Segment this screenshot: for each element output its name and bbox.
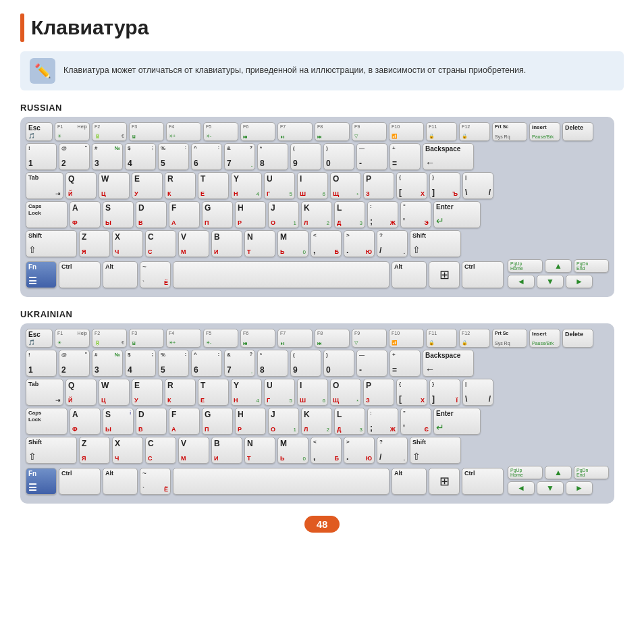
ua-key-p[interactable]: P З bbox=[363, 379, 394, 406]
ua-key-5[interactable]: %: 5 bbox=[158, 350, 189, 377]
ua-key-s[interactable]: Sі Ы bbox=[103, 408, 134, 435]
ua-key-f5[interactable]: F5 ☀- bbox=[203, 329, 238, 348]
ua-key-6[interactable]: ^: 6 bbox=[191, 350, 222, 377]
key-r[interactable]: R К bbox=[165, 172, 196, 199]
ua-key-e[interactable]: E У bbox=[132, 379, 163, 406]
key-j[interactable]: J О1 bbox=[268, 201, 299, 228]
ua-key-down[interactable]: ▼ bbox=[537, 481, 564, 495]
key-f7[interactable]: F7 ⏯ bbox=[277, 122, 313, 141]
ua-key-l[interactable]: L Д3 bbox=[334, 408, 365, 435]
key-pgdn[interactable]: PgDn End bbox=[574, 259, 609, 273]
key-6[interactable]: ^: 6 bbox=[191, 143, 222, 170]
key-slash[interactable]: ? /. bbox=[377, 230, 408, 257]
ua-key-9[interactable]: ( 9 bbox=[290, 350, 321, 377]
ua-key-backslash[interactable]: | \/ bbox=[462, 379, 493, 406]
key-rbracket[interactable]: } ]Ъ bbox=[429, 172, 460, 199]
key-f5[interactable]: F5 ☀- bbox=[203, 122, 238, 141]
ua-key-n[interactable]: N Т bbox=[244, 437, 275, 464]
ua-key-pgdn[interactable]: PgDn End bbox=[574, 466, 609, 479]
key-alt-right[interactable]: Alt bbox=[392, 261, 427, 288]
key-w[interactable]: W Ц bbox=[99, 172, 130, 199]
ua-key-7[interactable]: &? 7. bbox=[224, 350, 255, 377]
key-n[interactable]: N Т bbox=[244, 230, 275, 257]
key-f4[interactable]: F4 ☀+ bbox=[166, 122, 201, 141]
ua-key-8[interactable]: * 8 bbox=[257, 350, 288, 377]
ua-key-z[interactable]: Z Я bbox=[79, 437, 110, 464]
key-i[interactable]: I Ш6 bbox=[297, 172, 328, 199]
ua-key-f2[interactable]: F2 🔋€ bbox=[92, 329, 127, 348]
key-ctrl-right[interactable]: Ctrl bbox=[462, 261, 504, 288]
key-h[interactable]: H Р bbox=[235, 201, 266, 228]
ua-key-f8[interactable]: F8 ⏭ bbox=[315, 329, 350, 348]
key-up[interactable]: ▲ bbox=[545, 259, 572, 273]
ua-key-f7[interactable]: F7 ⏯ bbox=[277, 329, 313, 348]
ua-key-ctrl-right[interactable]: Ctrl bbox=[462, 468, 504, 495]
key-f6[interactable]: F6 ⏮ bbox=[240, 122, 275, 141]
ua-key-shift-left[interactable]: Shift ⇧ bbox=[26, 437, 77, 464]
ua-key-semicolon[interactable]: : ;Ж bbox=[367, 408, 398, 435]
key-4[interactable]: $; 4 bbox=[125, 143, 156, 170]
ua-key-f4[interactable]: F4 ☀+ bbox=[166, 329, 201, 348]
key-f3[interactable]: F3 🖥 bbox=[129, 122, 164, 141]
ua-key-m[interactable]: M Ь0 bbox=[277, 437, 308, 464]
ua-key-ctrl-left[interactable]: Ctrl bbox=[59, 468, 101, 495]
ua-key-f[interactable]: F А bbox=[169, 408, 200, 435]
key-g[interactable]: G П bbox=[202, 201, 233, 228]
ua-key-v[interactable]: V М bbox=[178, 437, 209, 464]
ua-key-q[interactable]: Q Й bbox=[65, 379, 97, 406]
ua-key-comma[interactable]: < ,Б bbox=[311, 437, 342, 464]
ua-key-enter[interactable]: Enter ↵ bbox=[433, 408, 481, 435]
ua-key-equals[interactable]: + = bbox=[390, 350, 421, 377]
key-f9[interactable]: F9 ▽ bbox=[352, 122, 387, 141]
ua-key-period[interactable]: > .Ю bbox=[344, 437, 375, 464]
key-pgup[interactable]: PgUp Home bbox=[508, 259, 543, 273]
key-p[interactable]: P З bbox=[363, 172, 394, 199]
key-delete[interactable]: Delete bbox=[562, 122, 593, 141]
ua-key-space[interactable] bbox=[173, 468, 390, 495]
key-1[interactable]: ! 1 bbox=[26, 143, 57, 170]
ua-key-r[interactable]: R К bbox=[165, 379, 196, 406]
key-x[interactable]: X Ч bbox=[112, 230, 143, 257]
ua-key-f6[interactable]: F6 ⏮ bbox=[240, 329, 275, 348]
ua-key-w[interactable]: W Ц bbox=[99, 379, 130, 406]
ua-key-k[interactable]: K Л2 bbox=[301, 408, 332, 435]
key-insert[interactable]: Insert Pause/Brk bbox=[529, 122, 560, 141]
ua-key-f10[interactable]: F10 📶 bbox=[389, 329, 424, 348]
ua-key-slash[interactable]: ? /. bbox=[377, 437, 408, 464]
key-b[interactable]: B И bbox=[211, 230, 242, 257]
ua-key-h[interactable]: H Р bbox=[235, 408, 266, 435]
key-5[interactable]: %: 5 bbox=[158, 143, 189, 170]
key-o[interactable]: O Щ* bbox=[330, 172, 361, 199]
ua-key-f1[interactable]: F1Help ☀ bbox=[55, 329, 90, 348]
key-alt-left[interactable]: Alt bbox=[103, 261, 138, 288]
key-backslash[interactable]: | \/ bbox=[462, 172, 493, 199]
ua-key-backspace[interactable]: Backspace ← bbox=[423, 350, 474, 377]
ua-key-win[interactable]: ⊞ bbox=[429, 468, 460, 495]
key-l[interactable]: L Д3 bbox=[334, 201, 365, 228]
key-k[interactable]: K Л2 bbox=[301, 201, 332, 228]
ua-key-f9[interactable]: F9 ▽ bbox=[352, 329, 387, 348]
key-caps-lock[interactable]: CapsLock bbox=[26, 201, 68, 228]
ua-key-0[interactable]: ) 0 bbox=[323, 350, 354, 377]
ua-key-u[interactable]: U Г5 bbox=[264, 379, 295, 406]
ua-key-f3[interactable]: F3 🖥 bbox=[129, 329, 164, 348]
ua-key-f12[interactable]: F12 🔒 bbox=[459, 329, 490, 348]
key-period[interactable]: > .Ю bbox=[344, 230, 375, 257]
key-left[interactable]: ◄ bbox=[508, 275, 535, 288]
key-shift-left[interactable]: Shift ⇧ bbox=[26, 230, 77, 257]
key-backspace[interactable]: Backspace ← bbox=[423, 143, 474, 170]
key-shift-right[interactable]: Shift ⇧ bbox=[410, 230, 461, 257]
key-right[interactable]: ► bbox=[566, 275, 593, 288]
ua-key-b[interactable]: B И bbox=[211, 437, 242, 464]
ua-key-lbracket[interactable]: { [Х bbox=[396, 379, 427, 406]
key-space[interactable] bbox=[173, 261, 390, 288]
key-tab[interactable]: Tab ⇥ bbox=[26, 172, 63, 199]
key-f8[interactable]: F8 ⏭ bbox=[315, 122, 350, 141]
ua-key-shift-right[interactable]: Shift ⇧ bbox=[410, 437, 461, 464]
key-semicolon[interactable]: : ;Ж bbox=[367, 201, 398, 228]
ua-key-g[interactable]: G П bbox=[202, 408, 233, 435]
key-t[interactable]: T Е bbox=[198, 172, 229, 199]
ua-key-alt-right[interactable]: Alt bbox=[392, 468, 427, 495]
key-quote[interactable]: " 'Э bbox=[400, 201, 431, 228]
key-ctrl-left[interactable]: Ctrl bbox=[59, 261, 101, 288]
